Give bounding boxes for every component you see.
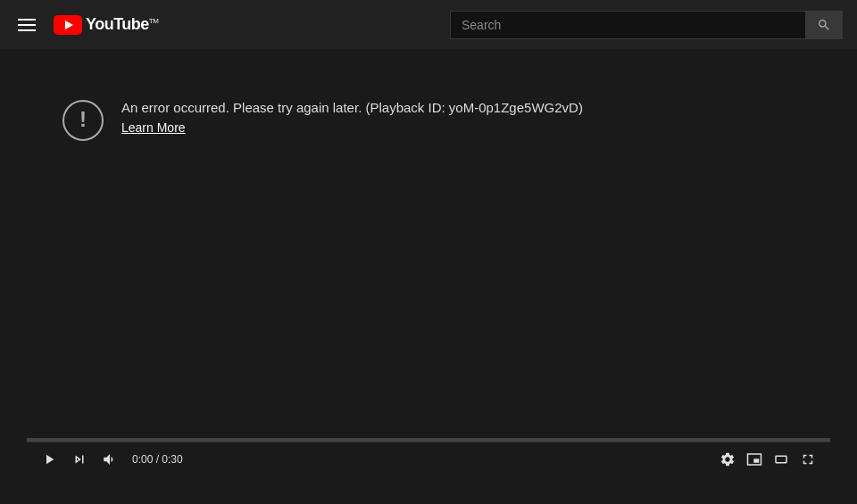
play-button[interactable] — [37, 448, 61, 471]
volume-button[interactable] — [98, 448, 121, 471]
error-message: An error occurred. Please try again late… — [121, 98, 583, 117]
progress-bar[interactable] — [27, 438, 830, 442]
miniplayer-icon — [746, 451, 762, 467]
miniplayer-button[interactable] — [743, 448, 766, 471]
learn-more-link[interactable]: Learn More — [121, 120, 583, 135]
next-button[interactable] — [68, 448, 91, 471]
search-form — [450, 11, 843, 39]
settings-button[interactable] — [716, 448, 739, 471]
video-area: ! An error occurred. Please try again la… — [27, 49, 830, 442]
page-bottom — [0, 475, 857, 504]
time-display: 0:00 / 0:30 — [132, 453, 183, 466]
search-button[interactable] — [805, 11, 843, 39]
search-input[interactable] — [450, 11, 805, 39]
youtube-superscript: TM — [149, 17, 159, 25]
error-text-area: An error occurred. Please try again late… — [121, 98, 583, 135]
settings-icon — [720, 451, 736, 467]
volume-icon — [102, 451, 118, 467]
hamburger-menu-button[interactable] — [14, 15, 39, 35]
theatre-mode-icon — [773, 451, 789, 467]
theatre-mode-button[interactable] — [770, 448, 793, 471]
video-player: ! An error occurred. Please try again la… — [27, 49, 830, 475]
right-controls — [716, 448, 820, 471]
youtube-logo[interactable]: YouTubeTM — [54, 15, 158, 35]
next-icon — [71, 451, 87, 467]
header: YouTubeTM — [0, 0, 857, 49]
search-icon — [817, 18, 831, 32]
error-icon-container: ! — [62, 100, 104, 141]
error-exclamation-icon: ! — [79, 109, 87, 130]
fullscreen-button[interactable] — [796, 448, 820, 471]
youtube-wordmark: YouTubeTM — [86, 15, 158, 34]
controls-bar: 0:00 / 0:30 — [27, 442, 830, 475]
youtube-play-icon — [54, 15, 82, 35]
play-icon — [41, 451, 57, 467]
fullscreen-icon — [800, 451, 816, 467]
